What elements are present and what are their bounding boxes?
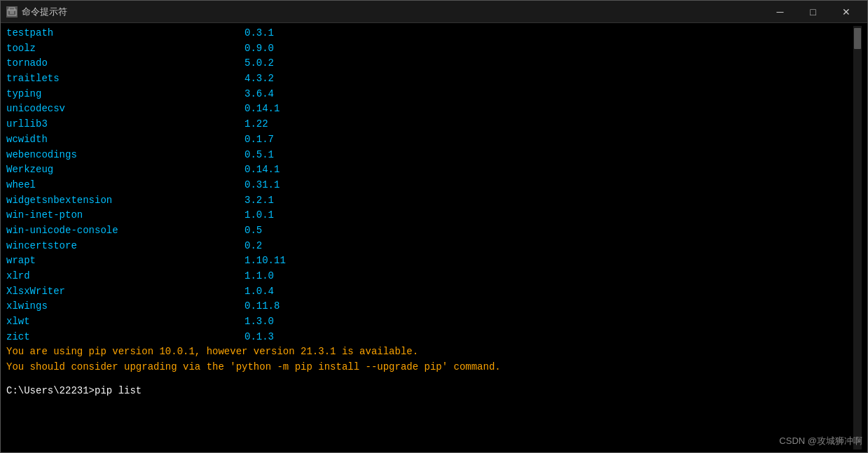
package-row: widgetsnbextension3.2.1 [6,193,853,209]
watermark: CSDN @攻城狮冲啊 [779,435,862,447]
package-version: 0.14.1 [244,162,280,178]
package-row: wcwidth0.1.7 [6,132,853,148]
package-name: xlwt [6,314,244,330]
package-row: win-unicode-console0.5 [6,223,853,239]
warning-line: You should consider upgrading via the 'p… [6,360,853,375]
package-name: webencodings [6,148,244,163]
package-name: tornado [6,56,244,71]
package-name: toolz [6,41,244,57]
package-row: wrapt1.10.11 [6,253,853,269]
package-row: typing3.6.4 [6,87,853,102]
package-name: xlrd [6,269,244,284]
package-name: typing [6,87,244,102]
window-controls: ─ □ ✕ [764,1,862,23]
prompt-line: C:\Users\22231>pip list [6,384,853,399]
package-name: traitlets [6,71,244,87]
package-version: 4.3.2 [244,71,274,87]
package-version: 0.1.7 [244,132,274,148]
package-row: win-inet-pton1.0.1 [6,208,853,223]
package-row: wheel0.31.1 [6,178,853,193]
package-row: urllib31.22 [6,117,853,132]
package-version: 1.1.0 [244,269,274,284]
package-row: webencodings0.5.1 [6,148,853,163]
package-version: 1.0.4 [244,284,274,300]
title-bar: 命令提示符 ─ □ ✕ [1,1,867,23]
package-version: 0.5.1 [244,148,274,163]
package-row: zict0.1.3 [6,330,853,345]
terminal-content: testpath0.3.1toolz0.9.0tornado5.0.2trait… [6,26,853,449]
package-version: 0.3.1 [244,26,274,41]
package-version: 0.14.1 [244,102,280,117]
package-name: win-inet-pton [6,208,244,223]
package-name: wrapt [6,253,244,269]
window-icon [6,6,18,18]
package-row: Werkzeug0.14.1 [6,162,853,178]
package-row: tornado5.0.2 [6,56,853,71]
package-row: XlsxWriter1.0.4 [6,284,853,300]
package-version: 1.0.1 [244,208,274,223]
package-name: urllib3 [6,117,244,132]
package-version: 0.2 [244,239,262,254]
package-name: zict [6,330,244,345]
minimize-button[interactable]: ─ [764,1,796,23]
package-name: testpath [6,26,244,41]
package-version: 0.11.8 [244,299,280,314]
package-version: 0.5 [244,223,262,239]
package-row: traitlets4.3.2 [6,71,853,87]
package-name: wcwidth [6,132,244,148]
package-row: testpath0.3.1 [6,26,853,41]
package-name: wincertstore [6,239,244,254]
window-title: 命令提示符 [22,6,764,18]
package-row: xlwt1.3.0 [6,314,853,330]
scrollbar-thumb[interactable] [854,28,861,49]
package-name: wheel [6,178,244,193]
package-row: unicodecsv0.14.1 [6,102,853,117]
package-name: win-unicode-console [6,223,244,239]
package-version: 1.10.11 [244,253,286,269]
package-row: toolz0.9.0 [6,41,853,57]
package-version: 0.9.0 [244,41,274,57]
package-version: 3.2.1 [244,193,274,209]
package-name: Werkzeug [6,162,244,178]
package-version: 1.3.0 [244,314,274,330]
terminal-body: testpath0.3.1toolz0.9.0tornado5.0.2trait… [1,23,867,452]
package-version: 0.31.1 [244,178,280,193]
close-button[interactable]: ✕ [830,1,862,23]
package-version: 5.0.2 [244,56,274,71]
package-row: xlrd1.1.0 [6,269,853,284]
cmd-window: 命令提示符 ─ □ ✕ testpath0.3.1toolz0.9.0torna… [0,0,868,453]
package-name: XlsxWriter [6,284,244,300]
package-row: xlwings0.11.8 [6,299,853,314]
warning-line: You are using pip version 10.0.1, howeve… [6,344,853,360]
package-row: wincertstore0.2 [6,239,853,254]
package-version: 3.6.4 [244,87,274,102]
package-name: xlwings [6,299,244,314]
scrollbar[interactable] [853,26,862,449]
maximize-button[interactable]: □ [797,1,829,23]
package-version: 0.1.3 [244,330,274,345]
package-version: 1.22 [244,117,268,132]
package-name: unicodecsv [6,102,244,117]
package-name: widgetsnbextension [6,193,244,209]
